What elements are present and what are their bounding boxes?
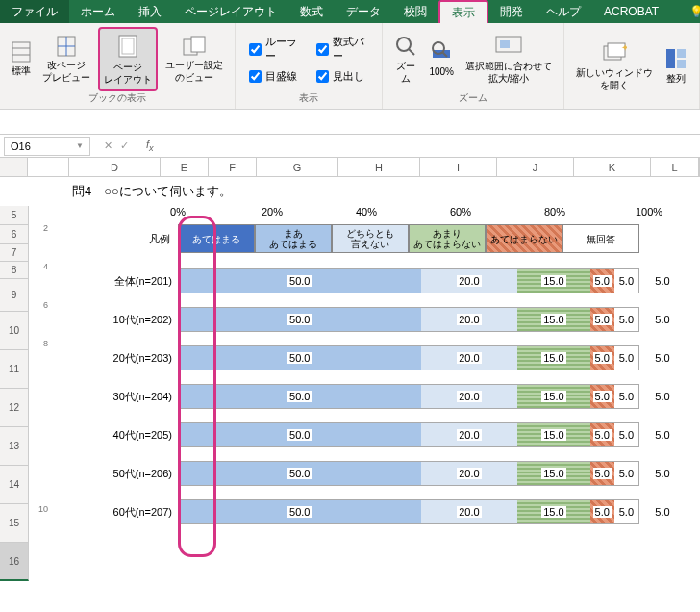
bar-segment: 15.0 bbox=[517, 269, 589, 293]
stacked-bar: 50.020.015.05.05.0 bbox=[178, 384, 639, 409]
enter-icon[interactable]: ✓ bbox=[120, 140, 129, 152]
axis-label: 0% bbox=[170, 206, 186, 217]
row-category-label: 全体(n=201) bbox=[72, 274, 178, 289]
cancel-icon[interactable]: ✕ bbox=[104, 140, 112, 152]
col-header-H[interactable]: H bbox=[338, 158, 420, 176]
col-header-G[interactable]: G bbox=[257, 158, 338, 176]
custom-views-button[interactable]: ユーザー設定 のビュー bbox=[162, 27, 227, 91]
chart-axis: 0%20%40%60%80%100% bbox=[178, 206, 649, 221]
normal-view-button[interactable]: 標準 bbox=[8, 27, 35, 91]
bar-segment: 5.0 bbox=[614, 269, 638, 293]
ruler-mark: 4 bbox=[29, 262, 48, 271]
headings-checkbox[interactable]: 見出し bbox=[316, 69, 368, 84]
row-header-5[interactable]: 5 bbox=[0, 206, 29, 225]
legend-bar: あてはまるまあ あてはまるどちらとも 言えないあまり あてはまらないあてはまらな… bbox=[178, 224, 639, 253]
arrange-icon bbox=[664, 47, 688, 70]
tab-page-layout[interactable]: ページレイアウト bbox=[173, 0, 288, 23]
row-header-15[interactable]: 15 bbox=[0, 504, 29, 543]
ruler-checkbox[interactable]: ルーラー bbox=[249, 35, 301, 64]
zoom-button[interactable]: ズーム bbox=[390, 27, 421, 91]
fx-icon[interactable]: fx bbox=[146, 139, 154, 153]
row-header-16[interactable]: 16 bbox=[0, 543, 29, 581]
ribbon-tabs: ファイル ホーム 挿入 ページレイアウト 数式 データ 校閲 表示 開発 ヘルプ… bbox=[0, 0, 700, 23]
column-headers: DEFGHIJKL bbox=[0, 158, 700, 177]
bar-segment: 5.0 bbox=[614, 423, 638, 446]
chart-row: 40代(n=205)50.020.015.05.05.05.0 bbox=[72, 416, 700, 454]
group-label-show: 表示 bbox=[299, 91, 318, 105]
tab-data[interactable]: データ bbox=[335, 0, 392, 23]
row-header-7[interactable]: 7 bbox=[0, 244, 29, 262]
legend-item: あてはまる bbox=[178, 224, 255, 253]
row-header-6[interactable]: 6 bbox=[0, 225, 29, 244]
name-box[interactable]: O16▼ bbox=[4, 137, 90, 156]
tell-me[interactable]: 💡 実行 bbox=[678, 0, 700, 23]
custom-views-icon bbox=[183, 36, 206, 57]
svg-text:✦: ✦ bbox=[621, 42, 627, 53]
gridlines-checkbox[interactable]: 目盛線 bbox=[249, 69, 301, 84]
row-header-10[interactable]: 10 bbox=[0, 312, 29, 350]
tab-view[interactable]: 表示 bbox=[438, 0, 488, 23]
bar-segment: 15.0 bbox=[517, 423, 589, 446]
ruler-mark: 8 bbox=[29, 339, 48, 348]
tab-home[interactable]: ホーム bbox=[69, 0, 127, 23]
row-header-8[interactable]: 8 bbox=[0, 262, 29, 279]
bar-segment: 20.0 bbox=[421, 385, 518, 408]
tab-file[interactable]: ファイル bbox=[0, 0, 69, 23]
tab-acrobat[interactable]: ACROBAT bbox=[592, 0, 670, 23]
zoom-icon bbox=[394, 35, 417, 58]
bar-segment: 5.0 bbox=[590, 385, 614, 408]
ruler-mark: 6 bbox=[29, 300, 48, 310]
bar-segment: 5.0 bbox=[614, 462, 638, 485]
col-header-F[interactable]: F bbox=[209, 158, 257, 176]
tab-formulas[interactable]: 数式 bbox=[288, 0, 335, 23]
page-layout-button[interactable]: ページ レイアウト bbox=[98, 27, 158, 91]
margin-col bbox=[28, 158, 69, 176]
worksheet: DEFGHIJKL 246810 5678910111213141516 問4 … bbox=[0, 158, 700, 177]
formula-bar-checkbox[interactable]: 数式バー bbox=[316, 35, 368, 64]
col-header-J[interactable]: J bbox=[497, 158, 574, 176]
bar-segment: 5.0 bbox=[614, 500, 638, 523]
stacked-bar: 50.020.015.05.05.0 bbox=[178, 345, 639, 370]
legend-row: 凡例 あてはまるまあ あてはまるどちらとも 言えないあまり あてはまらないあては… bbox=[72, 221, 700, 256]
stacked-bar: 50.020.015.05.05.0 bbox=[178, 422, 639, 447]
page-break-button[interactable]: 改ページ プレビュー bbox=[38, 27, 94, 91]
bar-segment: 20.0 bbox=[421, 346, 518, 370]
arrange-button[interactable]: 整列 bbox=[661, 27, 691, 105]
svg-rect-22 bbox=[677, 60, 686, 68]
col-header-L[interactable]: L bbox=[651, 158, 699, 176]
axis-label: 40% bbox=[356, 206, 377, 217]
group-workbook-views: 標準 改ページ プレビュー ページ レイアウト ユーザー設定 のビュー ブックの… bbox=[0, 23, 236, 109]
col-header-I[interactable]: I bbox=[420, 158, 497, 176]
select-all-corner[interactable] bbox=[0, 158, 28, 176]
overflow-label: 5.0 bbox=[639, 429, 686, 441]
row-header-11[interactable]: 11 bbox=[0, 350, 29, 389]
tab-insert[interactable]: 挿入 bbox=[127, 0, 173, 23]
overflow-label: 5.0 bbox=[639, 506, 686, 518]
new-window-button[interactable]: ✦ 新しいウィンドウ を開く bbox=[572, 27, 657, 105]
col-header-E[interactable]: E bbox=[161, 158, 209, 176]
row-header-12[interactable]: 12 bbox=[0, 389, 29, 427]
tab-developer[interactable]: 開発 bbox=[488, 0, 535, 23]
ruler-mark: 2 bbox=[29, 223, 48, 233]
overflow-label: 5.0 bbox=[639, 468, 686, 479]
col-header-K[interactable]: K bbox=[574, 158, 651, 176]
zoom-selection-button[interactable]: 選択範囲に合わせて 拡大/縮小 bbox=[462, 27, 556, 91]
row-category-label: 50代(n=206) bbox=[72, 467, 178, 481]
group-label-views: ブックの表示 bbox=[88, 91, 146, 105]
row-header-14[interactable]: 14 bbox=[0, 466, 29, 504]
bar-segment: 5.0 bbox=[614, 385, 638, 408]
col-header-D[interactable]: D bbox=[69, 158, 161, 176]
bar-segment: 20.0 bbox=[421, 423, 518, 446]
tab-help[interactable]: ヘルプ bbox=[535, 0, 592, 23]
bar-segment: 15.0 bbox=[517, 500, 589, 523]
tab-review[interactable]: 校閲 bbox=[392, 0, 438, 23]
bar-segment: 5.0 bbox=[590, 500, 614, 523]
row-header-9[interactable]: 9 bbox=[0, 279, 29, 312]
normal-icon bbox=[12, 41, 31, 63]
row-header-13[interactable]: 13 bbox=[0, 427, 29, 466]
question-text: 問4 ○○について伺います。 bbox=[72, 177, 700, 206]
zoom-100-button[interactable]: 100% bbox=[425, 27, 458, 91]
bar-segment: 50.0 bbox=[179, 385, 421, 408]
bar-segment: 50.0 bbox=[179, 500, 421, 523]
overflow-label: 5.0 bbox=[639, 391, 686, 402]
